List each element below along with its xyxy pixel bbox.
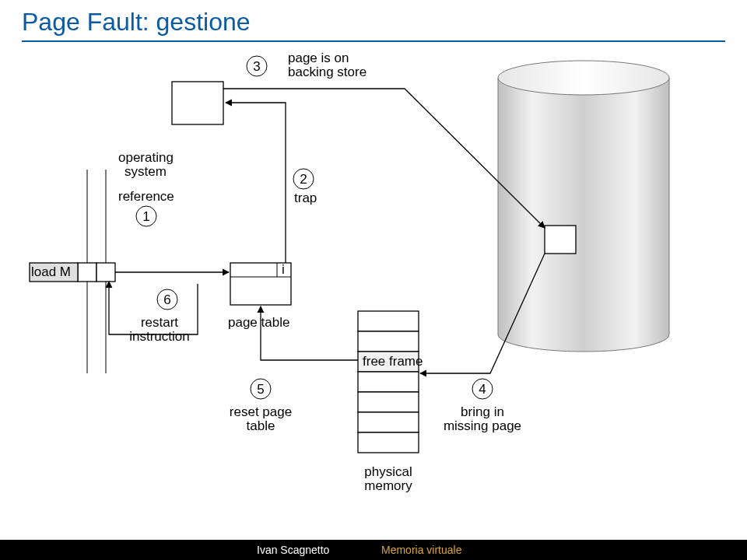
step-5: 5: [257, 382, 264, 397]
bring-in-label: bring inmissing page: [444, 404, 521, 433]
step-4: 4: [479, 382, 486, 397]
svg-rect-7: [358, 392, 419, 412]
physical-memory: free frame physicalmemory: [358, 311, 423, 493]
step-6: 6: [163, 292, 170, 307]
restart-label: restartinstruction: [129, 315, 189, 344]
svg-rect-4: [358, 331, 419, 352]
reference-label: reference: [118, 189, 174, 204]
operating-system-box: operatingsystem: [118, 82, 223, 179]
pagetable-label: page table: [228, 315, 289, 330]
physmem-label: physicalmemory: [364, 464, 412, 493]
backing-label: page is onbacking store: [288, 51, 366, 79]
svg-rect-3: [358, 311, 419, 331]
svg-rect-13: [78, 263, 96, 282]
logical-memory: [78, 170, 115, 373]
svg-rect-9: [358, 432, 419, 453]
footer: Ivan Scagnetto Memoria virtuale: [0, 540, 747, 560]
step-3: 3: [253, 59, 260, 74]
svg-point-0: [498, 61, 669, 95]
backing-store: [498, 61, 669, 352]
footer-topic: Memoria virtuale: [381, 544, 461, 556]
step-2: 2: [300, 172, 307, 187]
footer-author: Ivan Scagnetto: [257, 544, 329, 556]
step-1: 1: [142, 209, 149, 224]
trap-label: trap: [294, 191, 317, 205]
page-table: i page table: [228, 262, 291, 330]
svg-rect-8: [358, 412, 419, 432]
arrow-to-disk: [223, 89, 545, 228]
invalid-bit: i: [282, 262, 285, 277]
svg-rect-2: [172, 82, 223, 124]
svg-rect-14: [96, 263, 115, 282]
title-rule: [22, 40, 725, 42]
diagram: operatingsystem free frame physicalmemor…: [0, 47, 747, 544]
page-title: Page Fault: gestione: [22, 8, 251, 37]
os-label: operatingsystem: [118, 150, 174, 179]
arrow-trap: [226, 103, 286, 263]
svg-rect-6: [358, 372, 419, 392]
reset-label: reset pagetable: [230, 404, 292, 433]
load-m-label: load M: [31, 264, 71, 279]
free-frame-label: free frame: [363, 354, 423, 369]
svg-rect-1: [545, 226, 576, 254]
